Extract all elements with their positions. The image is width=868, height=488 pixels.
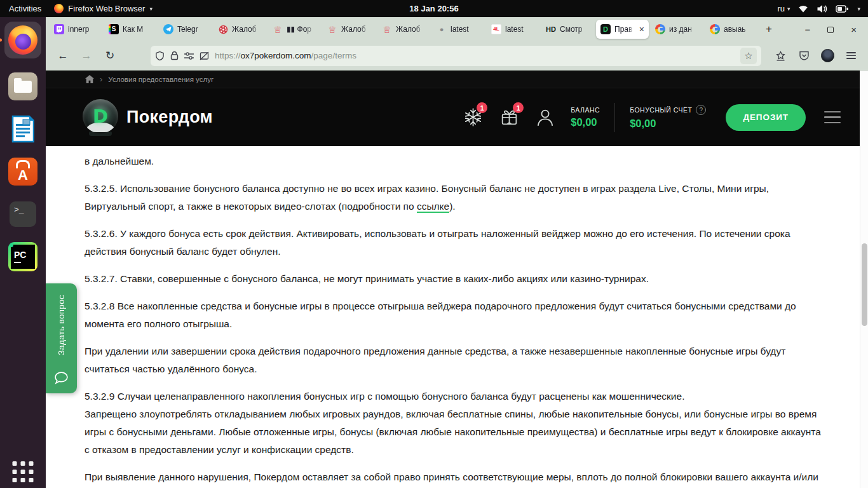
browser-tab[interactable]: Telegr xyxy=(159,20,212,39)
terms-paragraph: 5.3.2.5. Использование бонусного баланса… xyxy=(85,180,822,215)
google-favicon-icon xyxy=(710,24,720,34)
terminal-icon: >_ xyxy=(10,201,36,227)
browser-tab[interactable]: HDСмотр xyxy=(541,20,594,39)
gift-badge: 1 xyxy=(513,102,524,113)
terms-paragraph: 5.3.2.8 Все накопленные средства и бонус… xyxy=(85,297,822,333)
dock-item-ubuntu-software[interactable]: A xyxy=(8,157,37,186)
terms-paragraph: в дальнейшем. xyxy=(85,152,822,170)
dock-item-firefox[interactable] xyxy=(4,22,41,58)
pocket-icon[interactable] xyxy=(794,46,813,65)
firefox-icon xyxy=(54,4,64,13)
reload-button[interactable]: ↻ xyxy=(100,46,119,65)
volume-icon[interactable] xyxy=(817,4,827,13)
browser-tab[interactable]: SКак М xyxy=(104,20,157,39)
breadcrumb-current: Условия предоставления услуг xyxy=(108,76,214,83)
terms-paragraph: 5.3.2.7. Ставки, совершенные с бонусного… xyxy=(85,270,822,288)
minimize-button[interactable]: − xyxy=(804,24,810,35)
browser-tab-active[interactable]: DПрав× xyxy=(596,20,649,39)
bookmarks-toolbar-icon[interactable] xyxy=(771,46,790,65)
account-icon[interactable] xyxy=(818,46,837,65)
dock-item-terminal[interactable]: >_ xyxy=(8,200,37,229)
scrollbar-thumb[interactable] xyxy=(862,243,867,326)
clock[interactable]: 18 Jan 20:56 xyxy=(409,4,458,13)
bonus-label: БОНУСНЫЙ СЧЁТ xyxy=(630,106,692,114)
page-content: › Условия предоставления услуг D Покердо… xyxy=(46,71,868,488)
chevron-down-icon: ▾ xyxy=(787,6,790,12)
dock-item-libreoffice-writer[interactable] xyxy=(8,114,37,144)
browser-tab[interactable]: авыаь xyxy=(705,20,758,39)
show-applications-button[interactable] xyxy=(13,461,34,482)
browser-tab[interactable]: Жалоб xyxy=(214,20,266,39)
forward-button[interactable]: → xyxy=(77,46,96,65)
close-window-button[interactable]: × xyxy=(851,24,857,35)
promotions-snowflake-button[interactable]: 1 xyxy=(462,107,484,127)
browser-tab[interactable]: 4Llatest xyxy=(487,20,539,39)
balance-label: БАЛАНС xyxy=(571,106,600,114)
tab-close-button[interactable]: × xyxy=(639,24,644,34)
browser-tab[interactable]: из дан xyxy=(651,20,703,39)
tab-label: latest xyxy=(505,25,535,34)
help-icon[interactable]: ? xyxy=(696,105,706,115)
dock-item-pycharm[interactable]: PC xyxy=(8,242,37,271)
chat-bubble-icon xyxy=(54,371,69,384)
breadcrumb-chevron-icon: › xyxy=(100,74,102,84)
restore-button[interactable] xyxy=(827,24,834,35)
ubuntu-software-icon: A xyxy=(8,158,37,186)
back-button[interactable]: ← xyxy=(53,46,72,65)
terms-link[interactable]: ссылке xyxy=(417,201,449,213)
browser-tab[interactable]: ♕Жалоб xyxy=(323,20,376,39)
browser-tab[interactable]: ●latest xyxy=(432,20,485,39)
bonus-value: $0,00 xyxy=(630,118,706,130)
lock-icon[interactable] xyxy=(170,51,179,60)
terms-paragraph: 5.3.2.9 Случаи целенаправленного накопле… xyxy=(85,388,822,459)
tab-label: latest xyxy=(451,25,480,34)
deposit-button[interactable]: ДЕПОЗИТ xyxy=(726,104,806,131)
dock-item-files[interactable] xyxy=(8,72,37,101)
twitch-favicon-icon xyxy=(54,24,64,34)
balance-block: БАЛАНС $0,00 xyxy=(571,106,600,128)
keyboard-layout-indicator[interactable]: ru ▾ xyxy=(777,4,790,13)
system-menu-chevron-icon[interactable]: ▾ xyxy=(857,6,860,12)
s-favicon-icon: S xyxy=(109,24,119,34)
battery-icon[interactable] xyxy=(836,5,849,13)
menu-icon[interactable] xyxy=(841,46,860,65)
firefox-icon xyxy=(8,25,37,55)
focused-app-label: Firefox Web Browser xyxy=(68,4,145,13)
wifi-icon[interactable] xyxy=(798,4,808,13)
home-icon[interactable] xyxy=(85,75,94,83)
crown-favicon-icon: ♕ xyxy=(273,24,283,34)
gifts-button[interactable]: 1 xyxy=(498,107,520,127)
bookmark-star-icon[interactable]: ☆ xyxy=(740,48,757,64)
browser-tab[interactable]: ♕▮▮ Фор xyxy=(268,20,321,39)
tab-label: Жалоб xyxy=(396,25,426,34)
site-logo[interactable]: D Покердом xyxy=(83,99,213,136)
pokerdom-favicon-icon: D xyxy=(600,24,611,34)
page-scrollbar[interactable] xyxy=(860,71,868,488)
profile-button[interactable] xyxy=(534,107,556,128)
browser-tab[interactable]: innerp xyxy=(50,20,102,39)
focused-app-menu[interactable]: Firefox Web Browser ▾ xyxy=(54,4,153,13)
url-bar[interactable]: https://ox7pokerdom.com/page/terms ☆ xyxy=(151,46,761,66)
keyboard-layout-label: ru xyxy=(777,4,785,13)
tab-label: innerp xyxy=(68,25,98,34)
site-menu-icon[interactable] xyxy=(824,111,841,124)
bonus-balance-block: БОНУСНЫЙ СЧЁТ? $0,00 xyxy=(630,105,706,130)
firefox-window: innerpSКак МTelegrЖалоб♕▮▮ Фор♕Жалоб♕Жал… xyxy=(46,17,868,488)
fourl-favicon-icon: 4L xyxy=(491,24,501,34)
site-header: D Покердом 1 1 БАЛАНС xyxy=(46,88,860,146)
new-tab-button[interactable]: + xyxy=(758,23,780,36)
activities-button[interactable]: Activities xyxy=(9,4,41,13)
browser-tab[interactable]: ♕Жалоб xyxy=(377,20,430,39)
permissions-icon[interactable] xyxy=(184,52,194,60)
terms-paragraph: При удалении или завершении срока действ… xyxy=(85,342,822,378)
ask-question-button[interactable]: Задать вопрос xyxy=(46,283,77,393)
navigation-toolbar: ← → ↻ https://ox7pokerdom.com/page/terms… xyxy=(46,41,868,71)
shield-icon[interactable] xyxy=(155,51,165,61)
blocked-media-icon[interactable] xyxy=(200,51,209,60)
running-indicator xyxy=(0,39,2,42)
crown-favicon-icon: ♕ xyxy=(382,24,392,34)
dock: A >_ PC xyxy=(0,17,46,488)
tab-label: Telegr xyxy=(177,25,207,34)
terms-text: в дальнейшем.5.3.2.5. Использование бону… xyxy=(46,146,860,488)
tab-label: Прав xyxy=(614,25,635,34)
